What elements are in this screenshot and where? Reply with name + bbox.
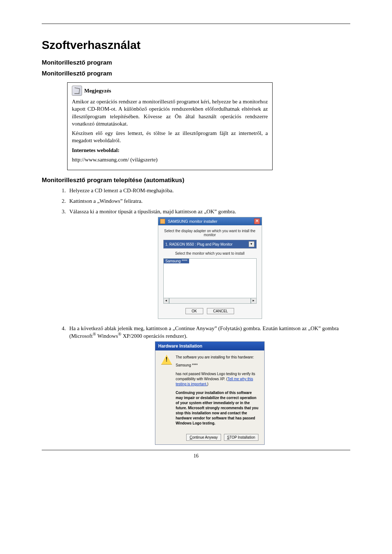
step-4-text-c: XP/2000 operációs rendszer). (122, 333, 188, 339)
stop-installation-button[interactable]: STOP Installation (224, 434, 258, 441)
hw-text-1: The software you are installing for this… (176, 355, 258, 360)
horizontal-scrollbar[interactable]: ◄ ► (163, 298, 257, 304)
monitor-listbox[interactable]: Samsung **** (163, 258, 257, 298)
step-2: Kattintson a „Windows” feliratra. (67, 198, 350, 204)
scroll-track[interactable] (169, 298, 251, 304)
monitor-label: Select the monitor which you want to ins… (163, 251, 257, 255)
scroll-left-icon[interactable]: ◄ (163, 298, 169, 304)
section-heading-2: Monitorillesztő program (42, 70, 350, 77)
hw-bold-warning: Continuing your installation of this sof… (176, 390, 258, 426)
section-heading-1: Monitorillesztő program (42, 59, 350, 66)
step-4: Ha a következő ablak jelenik meg, kattin… (67, 325, 350, 445)
scroll-right-icon[interactable]: ► (251, 298, 257, 304)
step-1: Helyezze a CD lemezt a CD-ROM-meghajtóba… (67, 188, 350, 194)
note-icon (72, 86, 82, 96)
note-heading-text: Megjegyzés (84, 87, 111, 94)
hw-text-2: Samsung **** (176, 363, 258, 368)
top-rule (42, 24, 350, 24)
continue-anyway-button[interactable]: Continue Anyway (186, 434, 221, 441)
chevron-down-icon[interactable]: ▼ (249, 241, 254, 247)
page-number: 16 (42, 453, 350, 459)
step-4-text-b: Windows (96, 333, 118, 339)
installer-title-text: SAMSUNG monitor installer (168, 219, 217, 223)
ok-button[interactable]: OK (185, 308, 203, 314)
note-paragraph-1: Amikor az operációs rendszer a monitoril… (72, 98, 268, 127)
step-3-text: Válassza ki a monitor típusát a típuslis… (69, 209, 236, 214)
warning-icon: ! (161, 355, 172, 365)
note-bold-line: Internetes weboldal: (72, 147, 268, 154)
close-icon[interactable]: ✕ (254, 218, 260, 224)
note-box: Megjegyzés Amikor az operációs rendszer … (67, 82, 273, 170)
step-3: Válassza ki a monitor típusát a típuslis… (67, 209, 350, 319)
adapter-dropdown[interactable]: 1. RADEON 9550 : Plug and Play Monitor ▼ (163, 240, 257, 249)
adapter-label: Select the display adapter on which you … (163, 229, 257, 237)
note-heading: Megjegyzés (72, 86, 268, 96)
install-steps: Helyezze a CD lemezt a CD-ROM-meghajtóba… (56, 188, 350, 445)
page-title: Szoftverhasználat (42, 38, 350, 52)
hardware-install-dialog: Hardware Installation ! The software you… (155, 341, 265, 445)
cancel-button[interactable]: CANCEL (207, 308, 234, 314)
app-icon (160, 219, 165, 224)
hw-text-3: has not passed Windows Logo testing to v… (176, 372, 258, 387)
installer-titlebar: SAMSUNG monitor installer ✕ (158, 217, 262, 225)
note-paragraph-2: Készítsen elő egy üres lemezt, és töltse… (72, 130, 268, 144)
bottom-rule (42, 450, 350, 450)
monitor-list-item[interactable]: Samsung **** (164, 259, 189, 263)
installer-dialog: SAMSUNG monitor installer ✕ Select the d… (158, 217, 262, 319)
hw-titlebar: Hardware Installation (155, 342, 264, 350)
hw-text-3b: ) (207, 382, 208, 386)
section-heading-3: Monitorillesztő program telepítése (auto… (42, 177, 350, 184)
note-url: http://www.samsung.com/ (világszerte) (72, 156, 268, 163)
adapter-dropdown-value: 1. RADEON 9550 : Plug and Play Monitor (166, 242, 233, 246)
